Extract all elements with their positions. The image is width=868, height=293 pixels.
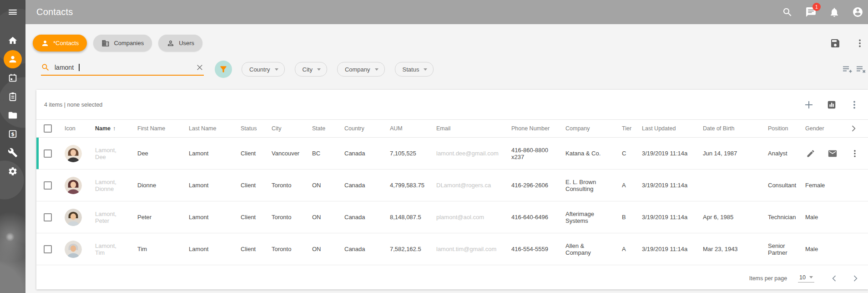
chevron-down-icon [317,68,321,71]
col-name[interactable]: Name↑ [95,125,137,132]
col-status[interactable]: Status [241,125,272,132]
sort-asc-icon: ↑ [113,125,116,132]
page-size-select[interactable]: 10 [798,274,814,283]
sidebar-item-calendar[interactable] [0,68,25,87]
cell-first-name: Peter [137,214,189,221]
sidebar-item-files[interactable] [0,106,25,124]
tab-contacts[interactable]: *Contacts [33,35,87,51]
sidebar-item-tasks[interactable] [0,87,25,106]
tabs-row: *Contacts Companies Users [33,35,868,51]
playlist-add-icon[interactable] [842,64,853,75]
save-icon[interactable] [830,38,841,49]
col-label: Name [95,125,111,132]
account-icon[interactable] [852,6,863,18]
col-last-updated[interactable]: Last Updated [642,125,703,132]
kebab-icon[interactable] [850,149,860,159]
chevron-right-icon[interactable] [849,124,858,133]
playlist-remove-icon[interactable] [855,64,866,75]
cell-aum: 7,105,525 [390,150,436,157]
cell-tier: A [622,182,642,189]
sidebar-item-billing[interactable]: $ [0,124,25,143]
avatar [65,177,82,194]
select-all-checkbox[interactable] [44,124,52,133]
chart-icon[interactable] [827,100,837,110]
filter-chip-city[interactable]: City [295,62,327,77]
folder-icon [8,110,18,120]
bell-icon[interactable] [829,7,840,18]
col-phone[interactable]: Phone Number [511,125,565,132]
sidebar-item-settings[interactable] [0,162,25,180]
col-email[interactable]: Email [436,125,511,132]
row-checkbox[interactable] [44,245,52,253]
col-company[interactable]: Company [565,125,622,132]
cell-last-name: Lamont [189,246,241,252]
cell-aum: 7,582,162.5 [390,246,436,252]
cell-name: Lamont, Tim [95,242,137,256]
table-row[interactable]: Lamont, Dee Dee Lamont Client Vancouver … [36,138,868,170]
cell-email: lamont.dee@gmail.com [436,150,511,157]
table-row[interactable]: Lamont, Tim Tim Lamont Client Toronto ON… [36,233,868,265]
avatar [65,241,82,258]
cell-name: Lamont, Dee [95,147,137,160]
sidebar-item-home[interactable] [0,31,25,50]
person-icon [8,54,18,64]
email-icon[interactable] [828,149,838,159]
chevron-down-icon [375,68,378,71]
kebab-icon[interactable] [854,38,865,49]
pagination-nav [830,274,860,283]
col-country[interactable]: Country [344,125,390,132]
row-checkbox[interactable] [44,181,52,190]
items-per-page-label: Items per page [749,275,787,282]
tab-companies[interactable]: Companies [93,35,152,51]
kebab-icon[interactable] [849,99,860,110]
col-state[interactable]: State [312,125,344,132]
cell-country: Canada [344,150,390,157]
cell-status: Client [241,182,272,189]
tabs-actions [830,38,868,49]
cell-gender: Female [805,182,844,189]
col-tier[interactable]: Tier [622,125,642,132]
cell-phone: 416-860-8800 x237 [511,147,565,160]
add-icon[interactable] [803,99,814,110]
col-last-name[interactable]: Last Name [189,125,241,132]
col-first-name[interactable]: First Name [137,125,189,132]
person-outline-icon [167,39,175,47]
cell-country: Canada [344,246,390,252]
search-input[interactable]: lamont [41,63,204,76]
calendar-icon [8,73,18,83]
edit-icon[interactable] [806,149,815,158]
col-icon[interactable]: Icon [65,125,95,132]
col-position[interactable]: Position [768,125,805,132]
clear-search-icon[interactable] [196,63,204,72]
col-aum[interactable]: AUM [390,125,436,132]
filter-chip-company[interactable]: Company [337,62,385,77]
filter-button[interactable] [215,61,232,78]
cell-aum: 4,799,583.75 [390,182,436,189]
row-checkbox[interactable] [44,213,52,221]
next-page-icon[interactable] [851,274,860,283]
chevron-down-icon [809,276,813,278]
cell-country: Canada [344,214,390,221]
col-gender[interactable]: Gender [805,125,844,132]
tab-users[interactable]: Users [158,35,202,51]
menu-icon[interactable] [0,0,25,24]
filter-chip-status[interactable]: Status [395,62,434,77]
chat-icon[interactable]: 1 [805,6,817,18]
col-city[interactable]: City [272,125,312,132]
svg-text:$: $ [11,131,15,137]
funnel-icon [219,65,228,74]
cell-last-name: Lamont [189,214,241,221]
sidebar-item-tools[interactable] [0,143,25,162]
table-row[interactable]: Lamont, Dionne Dionne Lamont Client Toro… [36,170,868,201]
text-cursor [79,64,80,71]
row-checkbox[interactable] [44,149,52,158]
col-date-of-birth[interactable]: Date of Birth [703,125,768,132]
filter-chip-country[interactable]: Country [242,62,285,77]
prev-page-icon[interactable] [830,274,839,283]
table-row[interactable]: Lamont, Peter Peter Lamont Client Toront… [36,201,868,233]
chevron-down-icon [275,68,278,71]
cell-email: DLamont@rogers.ca [436,182,511,189]
cell-name: Lamont, Dionne [95,179,137,192]
sidebar-item-contacts[interactable] [0,50,25,68]
search-icon[interactable] [782,7,793,18]
